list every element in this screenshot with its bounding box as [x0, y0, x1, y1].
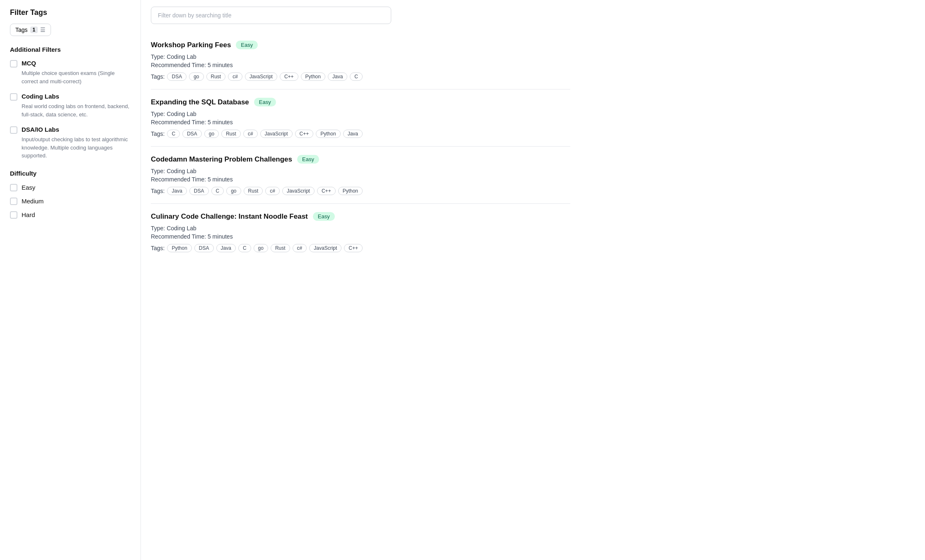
filter-item-dsa-labs: DSA/IO Labs Input/output checking labs t… — [10, 126, 131, 160]
checkbox-dsa-labs[interactable] — [10, 126, 17, 134]
sidebar-title: Filter Tags — [10, 8, 131, 17]
problem-recommended-time: Recommended Time: 5 minutes — [151, 119, 570, 126]
problem-card: Codedamn Mastering Problem Challenges Ea… — [151, 147, 570, 204]
main-content: Workshop Parking Fees Easy Type: Coding … — [141, 0, 580, 560]
tag-chip: DSA — [167, 72, 186, 81]
checkbox-mcq[interactable] — [10, 60, 17, 68]
problems-list: Workshop Parking Fees Easy Type: Coding … — [151, 32, 570, 261]
tags-label: Tags — [15, 27, 28, 33]
tag-chip: DSA — [182, 130, 202, 138]
difficulty-badge: Easy — [254, 98, 276, 106]
tag-chip: C — [238, 244, 251, 252]
difficulty-label-easy: Easy — [22, 184, 35, 191]
problem-header: Workshop Parking Fees Easy — [151, 41, 570, 49]
tags-filter-row: Tags 1 ☰ — [10, 24, 131, 36]
problem-title: Workshop Parking Fees — [151, 41, 231, 49]
problem-type: Type: Coding Lab — [151, 53, 570, 60]
filter-desc-mcq: Multiple choice question exams (Single c… — [22, 69, 131, 85]
checkbox-medium[interactable] — [10, 198, 17, 205]
checkbox-hard[interactable] — [10, 211, 17, 219]
problem-type: Type: Coding Lab — [151, 225, 570, 232]
problem-tags-row: Tags: PythonDSAJavaCgoRustc#JavaScriptC+… — [151, 244, 570, 252]
problem-type: Type: Coding Lab — [151, 111, 570, 117]
tag-chip: Java — [343, 130, 363, 138]
problem-header: Codedamn Mastering Problem Challenges Ea… — [151, 155, 570, 164]
difficulty-item-hard: Hard — [10, 211, 131, 219]
problem-type: Type: Coding Lab — [151, 168, 570, 174]
tag-chip: JavaScript — [309, 244, 341, 252]
tag-chip: Java — [167, 187, 186, 195]
tags-label: Tags: — [151, 188, 165, 194]
tag-chip: Java — [216, 244, 236, 252]
difficulty-item-medium: Medium — [10, 197, 131, 205]
difficulty-label-medium: Medium — [22, 198, 44, 205]
tag-chip: DSA — [189, 187, 209, 195]
tag-chip: Rust — [221, 130, 241, 138]
tag-chip: Python — [338, 187, 363, 195]
tag-chip: go — [189, 72, 203, 81]
tag-chip: JavaScript — [245, 72, 277, 81]
tags-label: Tags: — [151, 73, 165, 80]
checkbox-easy[interactable] — [10, 184, 17, 191]
tag-chip: C — [211, 187, 224, 195]
difficulty-label-hard: Hard — [22, 211, 35, 218]
problem-recommended-time: Recommended Time: 5 minutes — [151, 176, 570, 183]
tag-chip: c# — [243, 130, 258, 138]
filter-desc-coding-labs: Real world coding labs on frontend, back… — [22, 102, 131, 118]
difficulty-badge: Easy — [297, 155, 319, 164]
tag-chip: go — [226, 187, 241, 195]
problem-tags-row: Tags: CDSAgoRustc#JavaScriptC++PythonJav… — [151, 130, 570, 138]
tag-chip: go — [204, 130, 219, 138]
tag-chip: c# — [228, 72, 242, 81]
tag-chip: C — [167, 130, 180, 138]
problem-tags-row: Tags: JavaDSACgoRustc#JavaScriptC++Pytho… — [151, 187, 570, 195]
problem-title: Codedamn Mastering Problem Challenges — [151, 155, 292, 164]
difficulty-badge: Easy — [313, 212, 335, 221]
problem-card: Expanding the SQL Database Easy Type: Co… — [151, 89, 570, 147]
tag-chip: c# — [265, 187, 280, 195]
filter-icon: ☰ — [40, 27, 46, 33]
tag-chip: C++ — [295, 130, 314, 138]
filter-label-mcq: MCQ — [22, 60, 36, 67]
tags-label: Tags: — [151, 245, 165, 251]
filter-label-dsa-labs: DSA/IO Labs — [22, 126, 59, 133]
tags-count: 1 — [30, 27, 38, 33]
sidebar: Filter Tags Tags 1 ☰ Additional Filters … — [0, 0, 141, 560]
filter-label-coding-labs: Coding Labs — [22, 93, 59, 100]
problem-recommended-time: Recommended Time: 5 minutes — [151, 233, 570, 240]
additional-filters-title: Additional Filters — [10, 46, 131, 53]
problem-header: Expanding the SQL Database Easy — [151, 98, 570, 106]
tag-chip: go — [254, 244, 268, 252]
problem-recommended-time: Recommended Time: 5 minutes — [151, 62, 570, 68]
checkbox-coding-labs[interactable] — [10, 93, 17, 101]
tag-chip: JavaScript — [282, 187, 315, 195]
filter-list: MCQ Multiple choice question exams (Sing… — [10, 60, 131, 160]
tag-chip: Rust — [271, 244, 290, 252]
difficulty-badge: Easy — [236, 41, 258, 49]
tag-chip: DSA — [194, 244, 214, 252]
tag-chip: C++ — [280, 72, 298, 81]
problem-tags-row: Tags: DSAgoRustc#JavaScriptC++PythonJava… — [151, 72, 570, 81]
tag-chip: Rust — [206, 72, 226, 81]
tags-label: Tags: — [151, 130, 165, 137]
tag-chip: C++ — [317, 187, 336, 195]
problem-title: Culinary Code Challenge: Instant Noodle … — [151, 212, 308, 221]
filter-item-mcq: MCQ Multiple choice question exams (Sing… — [10, 60, 131, 85]
tag-chip: c# — [293, 244, 307, 252]
tag-chip: C — [350, 72, 363, 81]
search-input[interactable] — [151, 7, 391, 24]
difficulty-item-easy: Easy — [10, 183, 131, 191]
problem-card: Workshop Parking Fees Easy Type: Coding … — [151, 32, 570, 89]
difficulty-title: Difficulty — [10, 170, 131, 177]
tags-badge-button[interactable]: Tags 1 ☰ — [10, 24, 51, 36]
problem-header: Culinary Code Challenge: Instant Noodle … — [151, 212, 570, 221]
filter-item-coding-labs: Coding Labs Real world coding labs on fr… — [10, 93, 131, 118]
tag-chip: Python — [301, 72, 325, 81]
tag-chip: Java — [328, 72, 347, 81]
tag-chip: C++ — [344, 244, 363, 252]
tag-chip: Python — [316, 130, 340, 138]
filter-desc-dsa-labs: Input/output checking labs to test algor… — [22, 135, 131, 160]
tag-chip: JavaScript — [260, 130, 293, 138]
tag-chip: Rust — [244, 187, 263, 195]
problem-title: Expanding the SQL Database — [151, 98, 249, 106]
